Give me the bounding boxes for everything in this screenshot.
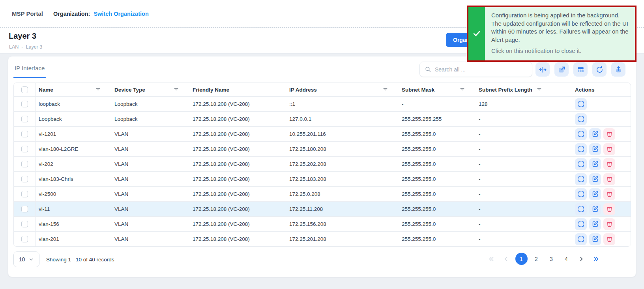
edit-row-button[interactable] [589, 233, 601, 245]
cell-subnet_prefix_length: - [476, 142, 552, 156]
delete-row-button[interactable] [603, 203, 615, 215]
cell-name: vlan-156 [36, 217, 111, 231]
edit-icon [592, 220, 599, 228]
expand-row-button[interactable] [575, 218, 587, 230]
row-checkbox[interactable] [21, 191, 28, 197]
expand-icon [577, 130, 585, 138]
pagination-prev-button[interactable] [499, 253, 514, 265]
columns-button[interactable] [573, 62, 588, 77]
column-header-ip_address: IP Address [286, 83, 399, 96]
edit-row-button[interactable] [589, 188, 601, 200]
cell-friendly_name: 172.25.18.208 (VC-208) [189, 217, 286, 231]
row-checkbox[interactable] [21, 161, 28, 167]
cell-friendly_name: 172.25.18.208 (VC-208) [189, 202, 286, 216]
edit-row-button[interactable] [589, 203, 601, 215]
refresh-button[interactable] [592, 62, 607, 77]
row-checkbox[interactable] [21, 131, 28, 137]
row-select-cell [14, 172, 36, 186]
tab-ip-interface[interactable]: IP Interface [15, 65, 45, 71]
cell-ip_address: 172.25.201.208 [286, 232, 399, 246]
column-label-name: Name [39, 87, 53, 93]
pagination-next-button[interactable] [574, 253, 589, 265]
pagination-page-4[interactable]: 4 [559, 256, 574, 262]
delete-row-button[interactable] [603, 173, 615, 185]
filter-icon[interactable] [95, 87, 101, 93]
cell-device_type: VLAN [111, 157, 189, 171]
cell-subnet_mask: 255.255.255.0 [399, 127, 476, 141]
toast-success-stripe [468, 7, 485, 60]
row-checkbox[interactable] [21, 116, 28, 122]
expand-row-button[interactable] [575, 158, 587, 170]
pagination-page-3[interactable]: 3 [544, 256, 559, 262]
row-checkbox[interactable] [21, 206, 28, 212]
filter-icon[interactable] [536, 87, 542, 93]
edit-row-button[interactable] [589, 218, 601, 230]
column-label-subnet_mask: Subnet Mask [402, 87, 434, 93]
row-checkbox[interactable] [21, 101, 28, 107]
open-external-button[interactable] [554, 62, 569, 77]
cell-device_type: VLAN [111, 202, 189, 216]
delete-icon [606, 235, 613, 243]
expand-icon [577, 145, 585, 153]
delete-row-button[interactable] [603, 128, 615, 140]
table-row: vl-11VLAN172.25.18.208 (VC-208)172.25.11… [14, 201, 631, 216]
table-row: vl-2500VLAN172.25.18.208 (VC-208)172.25.… [14, 186, 631, 201]
column-header-name: Name [36, 83, 111, 96]
expand-row-button[interactable] [575, 128, 587, 140]
delete-icon [606, 220, 613, 228]
search-box[interactable] [419, 62, 532, 77]
delete-row-button[interactable] [603, 218, 615, 230]
table-row: vlan-180-L2GREVLAN172.25.18.208 (VC-208)… [14, 141, 631, 156]
cell-device_type: VLAN [111, 142, 189, 156]
pagination-last-button[interactable] [589, 253, 604, 265]
column-header-subnet_mask: Subnet Mask [399, 83, 476, 96]
column-label-actions: Actions [575, 87, 595, 93]
row-checkbox[interactable] [21, 176, 28, 182]
success-notification-toast[interactable]: Configuration is being applied in the ba… [467, 6, 637, 62]
pagination-page-2[interactable]: 2 [529, 256, 544, 262]
row-checkbox[interactable] [21, 236, 28, 242]
edit-row-button[interactable] [589, 128, 601, 140]
select-all-checkbox[interactable] [21, 86, 28, 93]
filter-icon[interactable] [459, 87, 465, 93]
delete-row-button[interactable] [603, 233, 615, 245]
edit-row-button[interactable] [589, 143, 601, 155]
search-input[interactable] [435, 66, 527, 73]
organization-link[interactable]: Switch Organization [94, 11, 148, 17]
refresh-icon [595, 66, 604, 74]
expand-row-button[interactable] [575, 233, 587, 245]
delete-row-button[interactable] [603, 158, 615, 170]
filter-icon[interactable] [173, 87, 179, 93]
cell-subnet_prefix_length: - [476, 202, 552, 216]
cell-subnet_prefix_length: - [476, 112, 552, 126]
expand-icon [577, 220, 585, 228]
column-resize-button[interactable] [535, 62, 550, 77]
cell-friendly_name: 172.25.18.208 (VC-208) [189, 97, 286, 111]
open-external-icon [558, 66, 566, 74]
row-select-cell [14, 187, 36, 201]
row-checkbox[interactable] [21, 146, 28, 152]
cell-subnet_prefix_length: - [476, 217, 552, 231]
row-checkbox[interactable] [21, 221, 28, 227]
expand-row-button[interactable] [575, 98, 587, 110]
edit-row-button[interactable] [589, 173, 601, 185]
expand-row-button[interactable] [575, 113, 587, 125]
delete-row-button[interactable] [603, 143, 615, 155]
expand-row-button[interactable] [575, 173, 587, 185]
export-button[interactable] [611, 62, 625, 77]
filter-icon[interactable] [382, 87, 388, 93]
expand-row-button[interactable] [575, 203, 587, 215]
page-size-select[interactable]: 10 [13, 251, 39, 267]
expand-row-button[interactable] [575, 188, 587, 200]
pagination-page-1-active[interactable]: 1 [515, 253, 528, 265]
edit-row-button[interactable] [589, 158, 601, 170]
export-icon [614, 66, 623, 74]
cell-subnet_prefix_length: 128 [476, 97, 552, 111]
cell-name: Loopback [36, 112, 111, 126]
delete-row-button[interactable] [603, 188, 615, 200]
breadcrumb: LAN - Layer 3 [9, 44, 42, 50]
expand-row-button[interactable] [575, 143, 587, 155]
cell-subnet_prefix_length: - [476, 127, 552, 141]
pagination-first-button[interactable] [484, 253, 499, 265]
edit-icon [592, 205, 599, 213]
